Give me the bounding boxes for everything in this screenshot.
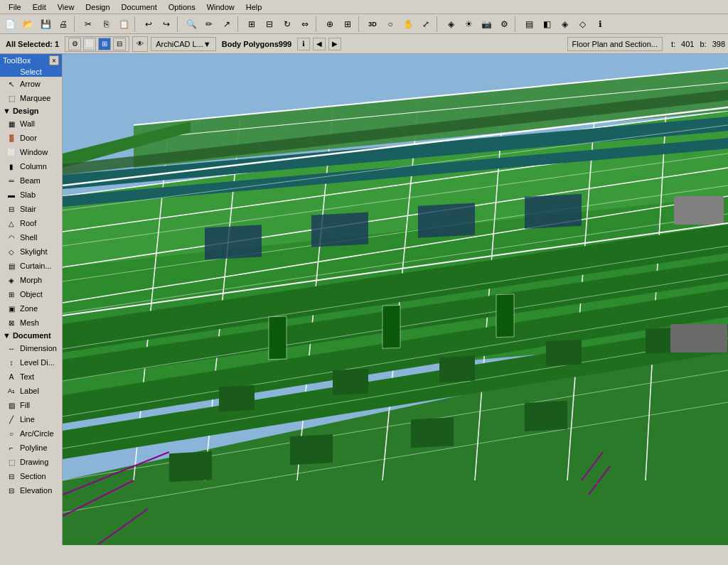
tool-line[interactable]: ╱ Line <box>0 412 62 426</box>
mirror-button[interactable]: ⇔ <box>296 16 314 32</box>
copy-button[interactable]: ⎘ <box>97 16 114 32</box>
redo-button[interactable]: ↪ <box>158 16 175 32</box>
deselect-button[interactable]: ⊟ <box>261 16 278 32</box>
coord-b-value: 398 <box>712 40 725 48</box>
tool-window[interactable]: ⬜ Window <box>0 145 62 159</box>
document-section-header[interactable]: ▼ Document <box>0 330 62 341</box>
element-settings-btn[interactable]: ⚙ <box>68 38 81 50</box>
floor-plan-btn[interactable]: Floor Plan and Section... <box>567 37 663 51</box>
render-button[interactable]: ◈ <box>442 16 459 32</box>
sep5 <box>316 16 319 32</box>
arc-icon: ○ <box>6 428 17 439</box>
svg-rect-39 <box>219 385 255 412</box>
cut-button[interactable]: ✂ <box>80 16 97 32</box>
camera-button[interactable]: 📷 <box>478 16 495 32</box>
pointer-button[interactable]: ↗ <box>218 16 235 32</box>
open-button[interactable]: 📂 <box>19 16 36 32</box>
tool-dimension[interactable]: ↔ Dimension <box>0 341 62 355</box>
sep7 <box>437 16 440 32</box>
tool-polyline[interactable]: ⌐ Polyline <box>0 441 62 455</box>
info-icon[interactable]: ℹ <box>297 38 310 50</box>
slab-icon: ▬ <box>6 189 17 200</box>
svg-rect-47 <box>525 401 567 431</box>
tool-skylight[interactable]: ◇ Skylight <box>0 244 62 259</box>
info-button[interactable]: ℹ <box>592 16 609 32</box>
menu-design[interactable]: Design <box>80 1 115 13</box>
tool-marquee[interactable]: ⬚ Marquee <box>0 91 62 105</box>
door-icon: 🚪 <box>6 132 17 144</box>
drawing-icon: ⬚ <box>6 456 17 468</box>
tool-arc[interactable]: ○ Arc/Circle <box>0 426 62 441</box>
tool-level-dim[interactable]: ↕ Level Di... <box>0 355 62 370</box>
menu-edit[interactable]: Edit <box>27 1 52 13</box>
nav-prev-btn[interactable]: ◀ <box>313 38 326 50</box>
tool-wall[interactable]: ▦ Wall <box>0 117 62 131</box>
layer-label: ArchiCAD L... <box>156 40 203 48</box>
tool-stair[interactable]: ⊟ Stair <box>0 202 62 216</box>
undo-button[interactable]: ↩ <box>140 16 157 32</box>
print-button[interactable]: 🖨 <box>55 16 72 32</box>
new-button[interactable]: 📄 <box>1 16 18 32</box>
nav-next-btn[interactable]: ▶ <box>328 38 341 50</box>
orbit-button[interactable]: ○ <box>382 16 399 32</box>
zoom-button[interactable]: 🔍 <box>183 16 200 32</box>
tool-arrow[interactable]: ↖ Arrow <box>0 77 62 91</box>
tool-section[interactable]: ⊟ Section <box>0 469 62 483</box>
pencil-button[interactable]: ✏ <box>200 16 218 32</box>
sep1 <box>74 16 77 32</box>
sep3 <box>177 16 181 32</box>
paste-button[interactable]: 📋 <box>115 16 132 32</box>
3d-button[interactable]: 3D <box>364 16 381 32</box>
rotate-button[interactable]: ↻ <box>279 16 296 32</box>
svg-rect-42 <box>546 340 582 367</box>
tool-object[interactable]: ⊞ Object <box>0 287 62 301</box>
tool-fill[interactable]: ▧ Fill <box>0 398 62 412</box>
menu-document[interactable]: Document <box>116 1 163 13</box>
tool-curtain[interactable]: ▤ Curtain... <box>0 259 62 273</box>
sep8 <box>515 16 518 32</box>
doc-collapse-icon: ▼ <box>3 331 11 340</box>
tool-elevation[interactable]: ⊟ Elevation <box>0 483 62 497</box>
element-button[interactable]: ▤ <box>520 16 537 32</box>
grid-button[interactable]: ⊞ <box>339 16 356 32</box>
svg-rect-38 <box>525 194 582 229</box>
tool-beam[interactable]: ═ Beam <box>0 173 62 188</box>
toolbox-close-btn[interactable]: × <box>49 55 59 65</box>
menu-options[interactable]: Options <box>163 1 201 13</box>
menu-window[interactable]: Window <box>201 1 240 13</box>
element-active-btn[interactable]: ⊞ <box>98 38 111 50</box>
tool-shell[interactable]: ◠ Shell <box>0 230 62 244</box>
beam-icon: ═ <box>6 175 17 186</box>
menu-help[interactable]: Help <box>240 1 268 13</box>
layer-button[interactable]: ◧ <box>538 16 555 32</box>
3d-viewport[interactable] <box>63 54 728 545</box>
snap-button[interactable]: ⊕ <box>321 16 338 32</box>
tool-mesh[interactable]: ⊠ Mesh <box>0 316 62 330</box>
pan-button[interactable]: ✋ <box>400 16 417 32</box>
layer-dropdown[interactable]: ArchiCAD L... ▼ <box>151 37 216 51</box>
surface-button[interactable]: ◇ <box>574 16 591 32</box>
design-section-header[interactable]: ▼ Design <box>0 105 62 117</box>
menu-view[interactable]: View <box>52 1 80 13</box>
tool-zone[interactable]: ▣ Zone <box>0 301 62 316</box>
settings-button[interactable]: ⚙ <box>496 16 513 32</box>
tool-drawing[interactable]: ⬚ Drawing <box>0 455 62 469</box>
tool-column[interactable]: ▮ Column <box>0 159 62 173</box>
element-param-btn[interactable]: ⊟ <box>113 38 126 50</box>
light-button[interactable]: ☀ <box>460 16 477 32</box>
select-all-button[interactable]: ⊞ <box>243 16 260 32</box>
element-eye-btn[interactable]: 👁 <box>132 36 148 52</box>
tool-label[interactable]: A₁ Label <box>0 384 62 398</box>
walk-button[interactable]: ⤢ <box>417 16 434 32</box>
tool-roof[interactable]: △ Roof <box>0 216 62 230</box>
save-button[interactable]: 💾 <box>37 16 54 32</box>
tool-morph[interactable]: ◈ Morph <box>0 273 62 287</box>
menu-file[interactable]: File <box>3 1 27 13</box>
skylight-icon: ◇ <box>6 246 17 257</box>
wall-icon: ▦ <box>6 118 17 129</box>
element-select-btn[interactable]: ⬜ <box>83 38 96 50</box>
tool-text[interactable]: A Text <box>0 370 62 384</box>
tool-slab[interactable]: ▬ Slab <box>0 188 62 202</box>
tool-door[interactable]: 🚪 Door <box>0 131 62 145</box>
material-button[interactable]: ◈ <box>556 16 573 32</box>
